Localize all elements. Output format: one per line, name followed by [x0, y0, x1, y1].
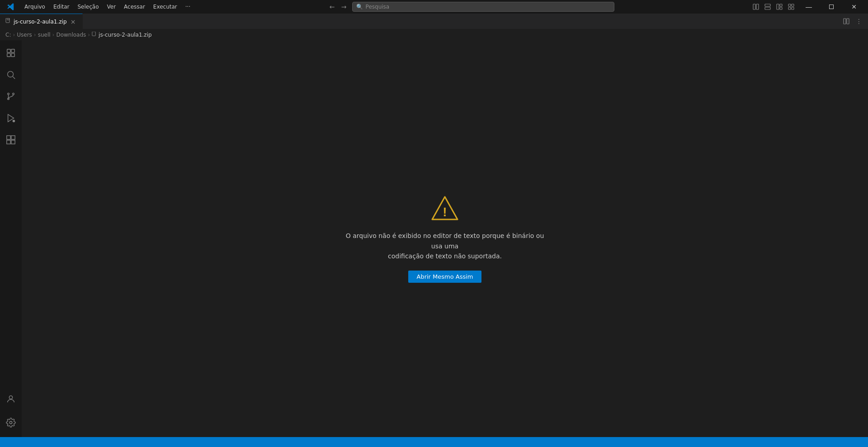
menu-selecao[interactable]: Seleção [74, 3, 102, 11]
activity-account[interactable] [0, 388, 22, 410]
svg-point-25 [8, 93, 9, 95]
more-actions-button[interactable]: ⋮ [854, 16, 864, 27]
svg-rect-31 [11, 140, 15, 144]
menu-arquivo[interactable]: Arquivo [21, 3, 49, 11]
activity-search[interactable] [0, 64, 22, 86]
nav-forward-button[interactable]: → [339, 2, 349, 12]
open-anyway-button[interactable]: Abrir Mesmo Assim [408, 271, 481, 283]
svg-rect-19 [7, 53, 10, 57]
warning-container: ! O arquivo não é exibido no editor de t… [341, 195, 549, 282]
svg-rect-17 [7, 49, 10, 52]
minimize-button[interactable]: ― [798, 0, 819, 14]
svg-line-22 [13, 76, 15, 79]
svg-rect-1 [756, 4, 759, 10]
svg-rect-30 [7, 140, 10, 144]
title-bar-center: ← → 🔍 Pesquisa [194, 2, 747, 12]
layout-btn-2[interactable] [762, 2, 773, 12]
svg-rect-2 [765, 4, 770, 6]
activity-settings[interactable] [0, 412, 22, 433]
warning-icon: ! [431, 195, 458, 222]
svg-rect-0 [753, 4, 755, 10]
status-bar [0, 437, 868, 447]
breadcrumb-file[interactable]: js-curso-2-aula1.zip [92, 32, 152, 38]
breadcrumb-c[interactable]: C: [5, 32, 11, 38]
svg-rect-28 [7, 136, 10, 139]
svg-rect-20 [11, 53, 14, 57]
search-placeholder: Pesquisa [366, 4, 390, 10]
svg-point-32 [9, 396, 12, 399]
activity-source-control[interactable] [0, 86, 22, 107]
breadcrumb-sep-4: › [88, 32, 90, 38]
title-bar-right: ― ✕ [747, 0, 864, 14]
activity-extensions[interactable] [0, 129, 22, 151]
breadcrumb-sep-1: › [13, 32, 15, 38]
menu-editar[interactable]: Editar [50, 3, 73, 11]
svg-rect-29 [11, 136, 15, 139]
breadcrumb-sep-2: › [34, 32, 36, 38]
tab-label: js-curso-2-aula1.zip [14, 19, 67, 25]
maximize-button[interactable] [821, 0, 842, 14]
nav-back-button[interactable]: ← [327, 2, 338, 12]
warning-line2: codificação de texto não suportada. [388, 252, 502, 260]
tab-bar: js-curso-2-aula1.zip × ⋮ [0, 14, 868, 29]
svg-rect-18 [11, 49, 14, 52]
svg-rect-13 [7, 18, 9, 20]
warning-message: O arquivo não é exibido no editor de tex… [341, 231, 549, 261]
activity-bar [0, 40, 22, 437]
breadcrumb-file-icon [92, 32, 97, 38]
breadcrumb-bar: C: › Users › suell › Downloads › js-curs… [0, 29, 868, 40]
menu-ver[interactable]: Ver [103, 3, 119, 11]
close-button[interactable]: ✕ [844, 0, 864, 14]
main-layout: ! O arquivo não é exibido no editor de t… [0, 40, 868, 437]
svg-rect-7 [788, 4, 791, 6]
svg-rect-8 [792, 4, 794, 6]
svg-rect-6 [780, 7, 782, 10]
search-bar[interactable]: 🔍 Pesquisa [352, 2, 614, 12]
layout-controls [750, 2, 797, 12]
svg-point-33 [9, 421, 12, 424]
svg-rect-5 [780, 4, 782, 6]
breadcrumb-filename: js-curso-2-aula1.zip [99, 32, 152, 38]
layout-btn-3[interactable] [774, 2, 785, 12]
svg-rect-10 [792, 7, 794, 10]
svg-point-24 [13, 93, 14, 95]
svg-rect-11 [830, 5, 834, 9]
tab-zip-file[interactable]: js-curso-2-aula1.zip × [0, 14, 83, 29]
activity-run-debug[interactable] [0, 107, 22, 129]
menu-acessar[interactable]: Acessar [120, 3, 149, 11]
warning-line1: O arquivo não é exibido no editor de tex… [346, 232, 544, 249]
svg-point-21 [8, 71, 14, 77]
svg-rect-4 [777, 4, 779, 10]
activity-explorer[interactable] [0, 42, 22, 64]
breadcrumb-suell[interactable]: suell [38, 32, 51, 38]
layout-btn-1[interactable] [750, 2, 761, 12]
search-icon: 🔍 [356, 4, 363, 10]
tab-close-button[interactable]: × [70, 18, 77, 25]
breadcrumb-sep-3: › [52, 32, 55, 38]
svg-rect-15 [847, 19, 849, 24]
svg-rect-3 [765, 7, 770, 10]
title-bar: Arquivo Editar Seleção Ver Acessar Execu… [0, 0, 868, 14]
svg-text:!: ! [443, 205, 447, 219]
tab-actions-right: ⋮ [841, 14, 868, 29]
tab-file-icon [5, 18, 11, 25]
vscode-logo [4, 1, 18, 12]
breadcrumb-downloads[interactable]: Downloads [56, 32, 86, 38]
menu-executar[interactable]: Executar [150, 3, 181, 11]
title-bar-left: Arquivo Editar Seleção Ver Acessar Execu… [4, 1, 194, 12]
svg-point-27 [13, 120, 15, 123]
svg-rect-9 [788, 7, 791, 10]
svg-rect-16 [92, 32, 95, 36]
split-editor-button[interactable] [841, 16, 852, 27]
breadcrumb-users[interactable]: Users [17, 32, 32, 38]
activity-bar-bottom [0, 388, 22, 437]
menu-more[interactable]: ··· [182, 3, 194, 11]
editor-area: ! O arquivo não é exibido no editor de t… [22, 40, 868, 437]
svg-rect-14 [844, 19, 846, 24]
layout-btn-4[interactable] [786, 2, 797, 12]
